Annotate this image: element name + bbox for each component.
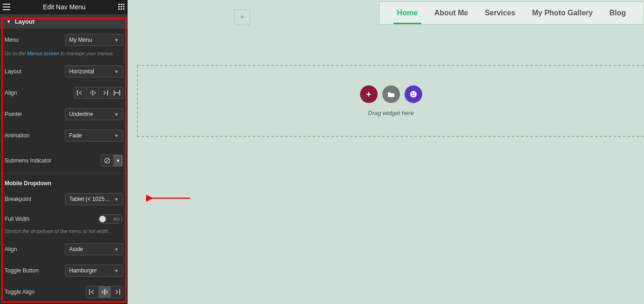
breakpoint-row: Breakpoint Tablet (< 1025px) ▼ (0, 188, 128, 210)
menu-select[interactable]: My Menu ▼ (65, 34, 123, 46)
chevron-down-icon: ▼ (114, 112, 119, 117)
toggle-button-label: Toggle Button (5, 267, 39, 274)
chevron-down-icon: ▼ (114, 69, 119, 74)
chevron-down-icon: ▼ (114, 247, 119, 252)
animation-row: Animation Fade ▼ (0, 125, 128, 146)
global-widget-button[interactable] (405, 85, 422, 103)
menus-screen-link[interactable]: Menus screen (27, 51, 59, 56)
svg-rect-0 (118, 4, 120, 5)
hamburger-icon[interactable] (3, 4, 10, 10)
layout-select[interactable]: Horizontal ▼ (65, 65, 123, 78)
toggle-button-row: Toggle Button Hamburger ▼ (0, 260, 128, 281)
breakpoint-label: Breakpoint (5, 196, 31, 202)
svg-rect-1 (121, 4, 122, 5)
toggle-align-label: Toggle Align (5, 289, 35, 295)
align-right-button[interactable] (98, 87, 110, 98)
menu-row: Menu My Menu ▼ (0, 29, 128, 51)
dropdown-align-row: Align Aside ▼ (0, 239, 128, 260)
add-widget-button[interactable]: + (360, 85, 378, 103)
layout-row: Layout Horizontal ▼ (0, 61, 128, 82)
pointer-select[interactable]: Underline ▼ (65, 108, 123, 120)
svg-rect-6 (118, 8, 120, 10)
toggle-align-group (86, 286, 123, 298)
editor-sidebar: Edit Nav Menu ▼ Layout Menu My Menu ▼ Go… (0, 0, 128, 304)
svg-rect-7 (121, 8, 122, 10)
dropdown-align-label: Align (5, 246, 17, 252)
align-center-button[interactable] (86, 87, 98, 98)
nav-menu-widget[interactable]: Home About Me Services My Photo Gallery … (379, 1, 644, 25)
menu-label: Menu (5, 37, 19, 43)
template-button[interactable] (382, 85, 400, 103)
chevron-down-icon: ▼ (114, 268, 119, 273)
pointer-row: Pointer Underline ▼ (0, 103, 128, 125)
nav-item-gallery[interactable]: My Photo Gallery (524, 2, 601, 24)
caret-down-icon: ▼ (6, 19, 11, 24)
nav-item-home[interactable]: Home (389, 2, 426, 24)
sidebar-header: Edit Nav Menu (0, 0, 128, 14)
layout-label: Layout (5, 68, 21, 75)
submenu-row: Submenu Indicator ▼ (0, 146, 128, 171)
animation-select[interactable]: Fade ▼ (65, 129, 123, 142)
align-label: Align (5, 90, 17, 96)
align-group (74, 87, 123, 99)
svg-point-10 (410, 91, 417, 97)
fullwidth-toggle[interactable]: NO (98, 214, 123, 224)
menu-help: Go to the Menus screen to manage your me… (0, 51, 128, 61)
toggle-button-select[interactable]: Hamburger ▼ (65, 265, 123, 277)
pointer-label: Pointer (5, 111, 22, 117)
add-section-button[interactable]: + (234, 9, 250, 25)
layout-select-value: Horizontal (69, 68, 94, 75)
submenu-dropdown-button[interactable]: ▼ (113, 155, 122, 166)
mobile-section-label: Mobile Dropdown (5, 180, 52, 187)
dropzone-text: Drag widget here (368, 110, 414, 116)
dropzone-actions: + (360, 85, 422, 103)
mobile-section-header: Mobile Dropdown (0, 175, 128, 188)
svg-rect-4 (121, 6, 122, 7)
editor-canvas: + Home About Me Services My Photo Galler… (128, 0, 644, 304)
nav-item-blog[interactable]: Blog (601, 2, 634, 24)
fullwidth-label: Full Width (5, 216, 29, 222)
toggle-align-row: Toggle Align (0, 281, 128, 303)
chevron-down-icon: ▼ (114, 133, 119, 138)
svg-rect-2 (123, 4, 124, 5)
toggle-align-center-button[interactable] (98, 286, 110, 298)
svg-rect-3 (118, 6, 120, 7)
toggle-align-left-button[interactable] (86, 286, 98, 298)
fullwidth-row: Full Width NO (0, 210, 128, 228)
annotation-arrow (146, 193, 193, 204)
svg-rect-8 (123, 8, 124, 10)
fullwidth-help: Stretch the dropdown of the menu to full… (0, 228, 128, 239)
dropdown-align-select[interactable]: Aside ▼ (65, 243, 123, 255)
svg-point-12 (414, 93, 415, 94)
section-layout-header[interactable]: ▼ Layout (0, 14, 128, 29)
breakpoint-select-value: Tablet (< 1025px) (69, 196, 111, 202)
chevron-down-icon: ▼ (114, 38, 119, 43)
menu-select-value: My Menu (69, 37, 92, 43)
toggle-knob (99, 216, 106, 222)
align-row: Align (0, 82, 128, 103)
nav-item-services[interactable]: Services (477, 2, 524, 24)
breakpoint-select[interactable]: Tablet (< 1025px) ▼ (65, 193, 123, 205)
toggle-align-right-button[interactable] (110, 286, 122, 298)
toggle-button-value: Hamburger (69, 267, 97, 274)
nav-item-about[interactable]: About Me (426, 2, 477, 24)
align-justify-button[interactable] (110, 87, 122, 98)
svg-point-11 (412, 93, 412, 94)
pointer-select-value: Underline (69, 111, 93, 117)
panel-title: Edit Nav Menu (43, 3, 86, 11)
animation-label: Animation (5, 132, 29, 139)
animation-select-value: Fade (69, 132, 82, 139)
chevron-down-icon: ▼ (114, 197, 119, 202)
fullwidth-toggle-text: NO (114, 217, 120, 221)
section-layout-label: Layout (15, 18, 35, 25)
submenu-none-button[interactable] (101, 155, 113, 166)
dropdown-align-value: Aside (69, 246, 83, 252)
svg-rect-5 (123, 6, 124, 7)
align-left-button[interactable] (74, 87, 86, 98)
widget-dropzone[interactable]: + Drag widget here (137, 65, 644, 137)
grid-icon[interactable] (118, 4, 125, 10)
submenu-label: Submenu Indicator (5, 157, 52, 164)
submenu-icon-select: ▼ (101, 155, 123, 167)
